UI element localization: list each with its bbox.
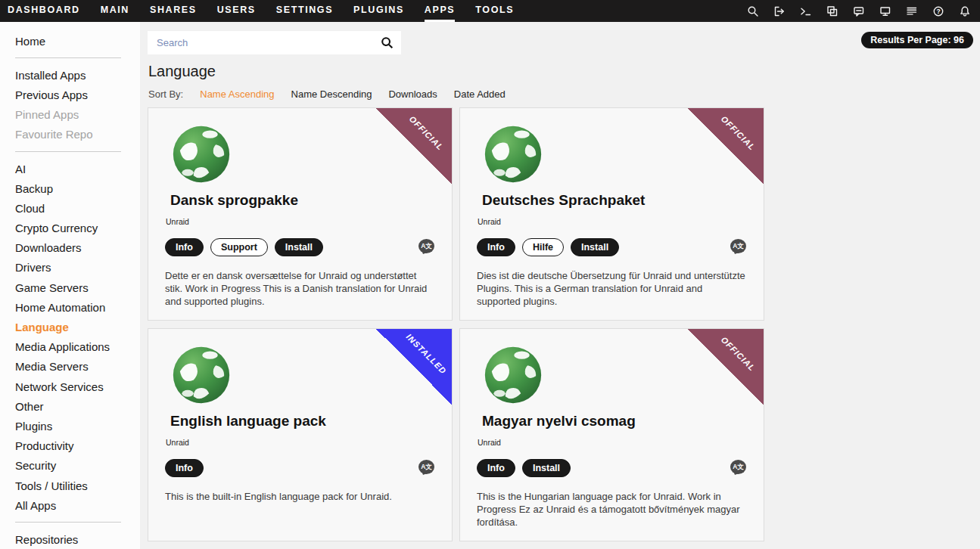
- app-title: Magyar nyelvi csomag: [482, 413, 747, 430]
- globe-icon: [170, 123, 232, 185]
- main-content: Results Per Page: 96 Language Sort By: N…: [148, 22, 980, 549]
- card-actions: InfoSupportInstallA文: [165, 238, 435, 256]
- notifications-icon[interactable]: [959, 5, 971, 17]
- nav-tab-settings[interactable]: SETTINGS: [276, 0, 333, 22]
- sidebar-item-ai[interactable]: AI: [15, 159, 140, 178]
- nav-tab-main[interactable]: MAIN: [101, 0, 129, 22]
- translate-icon[interactable]: A文: [730, 460, 747, 476]
- search-icon[interactable]: [747, 5, 759, 17]
- ribbon-installed: INSTALLED: [376, 329, 452, 405]
- feedback-icon[interactable]: [853, 5, 865, 17]
- translate-icon[interactable]: A文: [418, 239, 435, 256]
- top-nav-menu: DASHBOARDMAINSHARESUSERSSETTINGSPLUGINSA…: [8, 0, 514, 22]
- info-button[interactable]: Info: [165, 238, 204, 256]
- sidebar-item-language[interactable]: Language: [15, 317, 140, 337]
- globe-icon: [482, 344, 544, 406]
- sidebar-item-security[interactable]: Security: [15, 456, 140, 476]
- ribbon-official: OFFICIAL: [688, 329, 764, 405]
- nav-tab-apps[interactable]: APPS: [425, 0, 455, 22]
- info-button[interactable]: Info: [477, 459, 515, 477]
- hilfe-button[interactable]: Hilfe: [522, 238, 564, 256]
- card-actions: InfoHilfeInstallA文: [477, 238, 747, 256]
- ribbon-official: OFFICIAL: [376, 108, 452, 184]
- sidebar-item-pinned-apps[interactable]: Pinned Apps: [15, 105, 140, 125]
- support-button[interactable]: Support: [210, 238, 268, 256]
- sidebar-item-backup[interactable]: Backup: [15, 178, 140, 198]
- sidebar-item-drivers[interactable]: Drivers: [15, 258, 140, 278]
- log-icon[interactable]: [906, 5, 918, 17]
- app-title: Deutsches Sprachpaket: [482, 192, 747, 209]
- sidebar-item-favourite-repo[interactable]: Favourite Repo: [15, 125, 140, 144]
- app-card-dansk-sprogpakke: OFFICIALDansk sprogpakkeUnraidInfoSuppor…: [148, 107, 453, 321]
- app-author: Unraid: [166, 217, 435, 226]
- sort-option-date-added[interactable]: Date Added: [454, 88, 506, 100]
- sidebar-divider: [15, 522, 121, 523]
- sidebar-item-plugins[interactable]: Plugins: [15, 416, 140, 436]
- sidebar-item-previous-apps[interactable]: Previous Apps: [15, 85, 140, 104]
- app-description: Dette er en dansk oversættelse for Unrai…: [165, 269, 435, 308]
- sidebar-item-network-services[interactable]: Network Services: [15, 377, 140, 396]
- app-description: This is the Hungarian language pack for …: [477, 490, 747, 529]
- results-per-page-badge[interactable]: Results Per Page: 96: [861, 32, 973, 48]
- sidebar-item-home-automation[interactable]: Home Automation: [15, 297, 140, 317]
- app-card-magyar-nyelvi-csomag: OFFICIALMagyar nyelvi csomagUnraidInfoIn…: [459, 328, 764, 541]
- copy-icon[interactable]: [826, 5, 838, 17]
- info-button[interactable]: Info: [165, 459, 204, 477]
- install-button[interactable]: Install: [571, 238, 619, 256]
- card-actions: InfoInstallA文: [477, 459, 747, 477]
- install-button[interactable]: Install: [275, 238, 323, 256]
- app-card-english-language-pack: INSTALLEDEnglish language packUnraidInfo…: [148, 328, 453, 541]
- app-description: This is the built-in English language pa…: [165, 490, 435, 503]
- nav-tab-dashboard[interactable]: DASHBOARD: [8, 0, 80, 22]
- sort-option-name-ascending[interactable]: Name Ascending: [200, 88, 274, 100]
- logout-icon[interactable]: [773, 5, 786, 17]
- sort-by-label: Sort By:: [148, 88, 183, 100]
- translate-icon[interactable]: A文: [730, 239, 747, 256]
- sidebar: HomeInstalled AppsPrevious AppsPinned Ap…: [0, 22, 140, 549]
- sort-bar: Sort By: Name AscendingName DescendingDo…: [148, 88, 506, 100]
- card-actions: InfoA文: [165, 459, 435, 477]
- top-nav: DASHBOARDMAINSHARESUSERSSETTINGSPLUGINSA…: [0, 0, 980, 22]
- sidebar-item-cloud[interactable]: Cloud: [15, 198, 140, 218]
- globe-icon: [482, 123, 544, 185]
- nav-tab-users[interactable]: USERS: [217, 0, 256, 22]
- monitor-icon[interactable]: [879, 5, 891, 17]
- sort-option-downloads[interactable]: Downloads: [388, 88, 437, 100]
- svg-text:?: ?: [936, 8, 940, 15]
- globe-icon: [170, 344, 232, 406]
- sidebar-item-downloaders[interactable]: Downloaders: [15, 238, 140, 258]
- translate-icon[interactable]: A文: [418, 460, 435, 476]
- app-author: Unraid: [478, 217, 747, 226]
- sidebar-item-installed-apps[interactable]: Installed Apps: [15, 65, 140, 85]
- sidebar-item-tools-utilities[interactable]: Tools / Utilities: [15, 476, 140, 495]
- app-author: Unraid: [166, 438, 435, 447]
- app-title: English language pack: [170, 413, 435, 430]
- help-icon[interactable]: ?: [932, 5, 944, 17]
- sidebar-item-repositories[interactable]: Repositories: [15, 529, 140, 549]
- sidebar-item-media-servers[interactable]: Media Servers: [15, 357, 140, 377]
- search-icon[interactable]: [381, 36, 394, 49]
- sidebar-divider: [15, 57, 121, 58]
- nav-tab-shares[interactable]: SHARES: [150, 0, 197, 22]
- ribbon-official: OFFICIAL: [688, 108, 764, 184]
- sidebar-item-media-applications[interactable]: Media Applications: [15, 337, 140, 357]
- app-author: Unraid: [478, 438, 747, 447]
- app-card-grid: OFFICIALDansk sprogpakkeUnraidInfoSuppor…: [148, 107, 764, 541]
- nav-tab-plugins[interactable]: PLUGINS: [353, 0, 404, 22]
- search-input[interactable]: [155, 36, 381, 49]
- top-nav-icons: ?: [747, 5, 971, 17]
- app-title: Dansk sprogpakke: [170, 192, 435, 209]
- sidebar-item-other[interactable]: Other: [15, 396, 140, 416]
- sidebar-item-game-servers[interactable]: Game Servers: [15, 278, 140, 297]
- sidebar-item-home[interactable]: Home: [15, 31, 140, 51]
- install-button[interactable]: Install: [522, 459, 571, 477]
- sidebar-item-crypto-currency[interactable]: Crypto Currency: [15, 219, 140, 238]
- sidebar-item-productivity[interactable]: Productivity: [15, 436, 140, 456]
- nav-tab-tools[interactable]: TOOLS: [475, 0, 514, 22]
- sort-option-name-descending[interactable]: Name Descending: [291, 88, 372, 100]
- app-description: Dies ist die deutsche Übersetzung für Un…: [477, 269, 747, 308]
- search-box[interactable]: [148, 31, 401, 54]
- sidebar-item-all-apps[interactable]: All Apps: [15, 495, 140, 515]
- info-button[interactable]: Info: [477, 238, 515, 256]
- terminal-icon[interactable]: [800, 5, 812, 17]
